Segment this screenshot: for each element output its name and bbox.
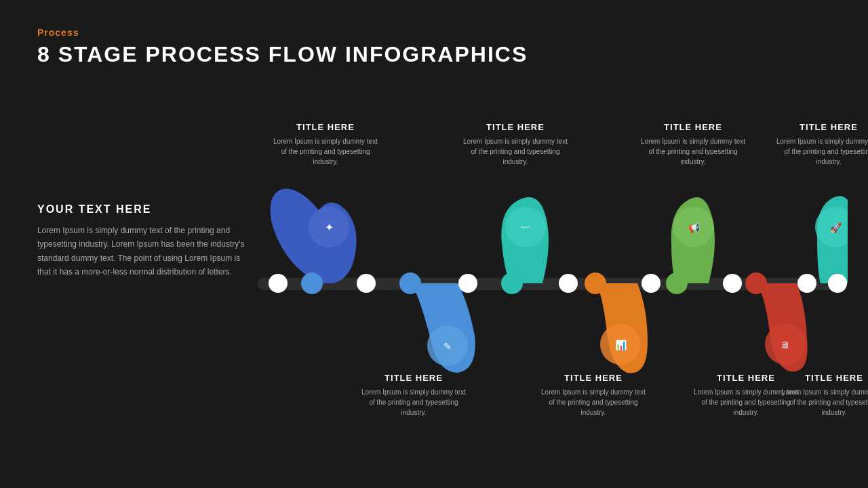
left-body: Lorem Ipsum is simply dummy text of the … [37, 224, 248, 279]
header-label: Process [37, 27, 528, 38]
svg-point-23 [642, 274, 660, 293]
left-title: YOUR TEXT HERE [37, 203, 248, 216]
svg-point-17 [357, 274, 376, 293]
header: Process 8 STAGE PROCESS FLOW INFOGRAPHIC… [37, 27, 528, 67]
svg-text:📊: 📊 [615, 340, 627, 351]
svg-point-22 [585, 272, 606, 294]
svg-point-21 [559, 274, 578, 293]
svg-point-24 [666, 272, 688, 294]
svg-point-28 [828, 274, 847, 293]
svg-text:🖥: 🖥 [781, 340, 790, 350]
svg-point-20 [501, 272, 523, 294]
svg-text:🚀: 🚀 [830, 222, 842, 234]
svg-text:📢: 📢 [688, 222, 701, 234]
svg-point-15 [269, 274, 288, 293]
svg-point-19 [458, 274, 477, 293]
svg-point-18 [399, 272, 421, 294]
svg-point-25 [723, 274, 742, 293]
header-title: 8 STAGE PROCESS FLOW INFOGRAPHICS [37, 42, 528, 67]
svg-point-26 [745, 272, 767, 294]
flow-diagram: ✦ ✎ 〰 📊 📢 🖥 🚀 [258, 122, 848, 407]
svg-text:✎: ✎ [443, 341, 452, 352]
svg-text:〰: 〰 [521, 222, 530, 233]
flow-svg: ✦ ✎ 〰 📊 📢 🖥 🚀 [258, 122, 848, 407]
svg-point-16 [301, 272, 323, 294]
svg-text:✦: ✦ [325, 222, 334, 233]
left-text-block: YOUR TEXT HERE Lorem Ipsum is simply dum… [37, 203, 248, 279]
svg-point-27 [797, 274, 816, 293]
